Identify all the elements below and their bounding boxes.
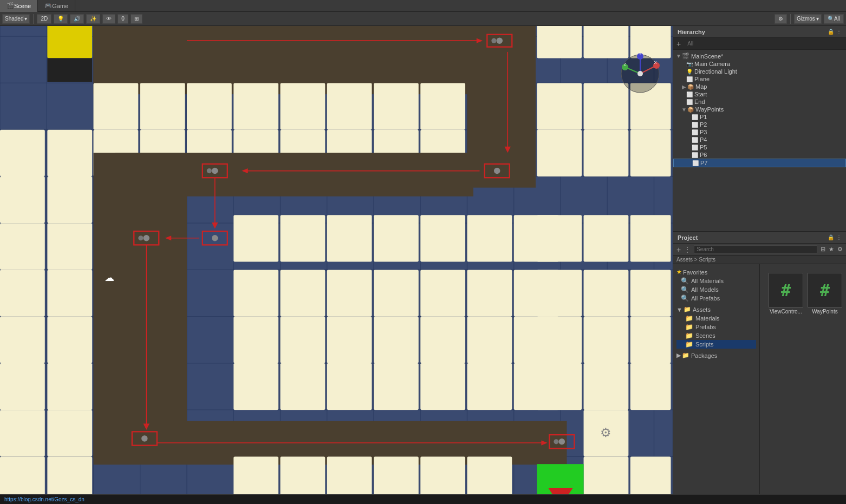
tab-scene[interactable]: 🎬 Scene: [0, 0, 38, 12]
tree-item-map[interactable]: ▶ 📦 Map: [673, 83, 846, 90]
effects-btn[interactable]: ✨: [86, 14, 100, 24]
p7-icon: ⬜: [692, 160, 699, 166]
tree-item-p5[interactable]: ⬜ P5: [673, 143, 846, 151]
project-menu-icon[interactable]: ⋮: [836, 234, 842, 240]
sidebar-all-prefabs[interactable]: 🔍 All Prefabs: [676, 294, 756, 303]
hierarchy-lock-icon[interactable]: 🔒: [828, 29, 834, 35]
project-view-icon[interactable]: ⊞: [821, 246, 825, 253]
project-add-icon[interactable]: +: [676, 245, 681, 254]
project-search[interactable]: [694, 245, 817, 254]
svg-point-174: [637, 71, 643, 76]
2d-toggle[interactable]: 2D: [37, 14, 51, 24]
assets-folder-icon: 📁: [684, 306, 691, 313]
tree-item-p4[interactable]: ⬜ P4: [673, 136, 846, 143]
svg-rect-103: [47, 363, 92, 410]
svg-text:Y: Y: [639, 52, 642, 56]
gizmos-dropdown[interactable]: Gizmos ▾: [794, 14, 822, 24]
svg-rect-91: [47, 317, 92, 363]
sidebar-all-models[interactable]: 🔍 All Models: [676, 285, 756, 294]
hierarchy-panel: Hierarchy 🔒 ⋮ + ▼ 🎬 MainScene*: [673, 26, 846, 232]
svg-rect-108: [420, 363, 465, 410]
project-title: Project: [678, 234, 698, 241]
svg-text:Z: Z: [624, 62, 627, 67]
tree-item-main-camera[interactable]: 📷 Main Camera: [673, 60, 846, 68]
sidebar-materials[interactable]: 📁 Materials: [676, 314, 756, 323]
svg-rect-111: [537, 363, 582, 410]
tree-item-main-scene[interactable]: ▼ 🎬 MainScene*: [673, 52, 846, 60]
prefabs-icon: 🔍: [681, 294, 689, 302]
layer-btn[interactable]: ⊞: [131, 14, 142, 24]
prefabs-folder-icon: 📁: [685, 323, 693, 331]
svg-rect-106: [327, 363, 372, 410]
assets-header[interactable]: ▼ 📁 Assets: [676, 305, 756, 314]
hierarchy-add-icon[interactable]: +: [676, 40, 681, 48]
favorites-header[interactable]: ★ Favorites: [676, 267, 756, 277]
asset-viewcontroller[interactable]: # ViewContro...: [769, 273, 803, 315]
svg-point-148: [212, 235, 218, 241]
svg-rect-113: [630, 363, 671, 410]
svg-rect-64: [0, 223, 45, 270]
packages-header[interactable]: ▶ 📁 Packages: [676, 351, 756, 360]
svg-point-143: [212, 168, 218, 174]
game-tab-icon: 🎮: [44, 2, 52, 9]
tab-game[interactable]: 🎮 Game: [38, 0, 75, 12]
svg-rect-100: [584, 317, 629, 363]
project-settings-icon[interactable]: ⚙: [837, 246, 843, 253]
map-expand-icon: ▶: [681, 84, 687, 90]
search-field[interactable]: 🔍 All: [824, 14, 844, 24]
hidden-objects-btn[interactable]: 👁: [102, 14, 115, 24]
sidebar-prefabs[interactable]: 📁 Prefabs: [676, 323, 756, 331]
svg-rect-71: [467, 215, 512, 261]
svg-rect-79: [281, 270, 326, 316]
scene-icon: 🎬: [682, 53, 689, 60]
main-layout: ⚙: [0, 26, 846, 504]
audio-btn[interactable]: 🔊: [70, 14, 84, 24]
shading-dropdown[interactable]: Shaded ▾: [2, 14, 30, 24]
status-url: https://blog.csdn.net/Gozs_cs_dn: [4, 496, 84, 502]
tree-item-start[interactable]: ⬜ Start: [673, 90, 846, 98]
tree-item-p1[interactable]: ⬜ P1: [673, 113, 846, 121]
tree-item-p3[interactable]: ⬜ P3: [673, 128, 846, 136]
sidebar-all-materials[interactable]: 🔍 All Materials: [676, 277, 756, 285]
svg-point-158: [141, 435, 148, 442]
sidebar-scenes[interactable]: 📁 Scenes: [676, 331, 756, 340]
tree-item-p6[interactable]: ⬜ P6: [673, 151, 846, 159]
svg-point-162: [559, 438, 565, 445]
tree-item-p7[interactable]: ⬜ P7: [673, 159, 846, 167]
p5-icon: ⬜: [692, 145, 698, 150]
start-icon: ⬜: [686, 91, 693, 97]
project-options-icon[interactable]: ⋮: [684, 246, 691, 253]
svg-rect-36: [140, 83, 185, 129]
scene-settings-btn[interactable]: ⚙: [775, 14, 787, 24]
svg-rect-89: [47, 270, 92, 316]
asset-grid: # ViewContro... # WayPoints: [764, 269, 842, 319]
hierarchy-menu-icon[interactable]: ⋮: [836, 29, 842, 35]
tree-item-plane[interactable]: ⬜ Plane: [673, 75, 846, 83]
stats-btn[interactable]: 0: [118, 14, 128, 24]
svg-rect-37: [187, 83, 232, 129]
project-lock-icon[interactable]: 🔒: [828, 234, 834, 240]
tree-item-end[interactable]: ⬜ End: [673, 98, 846, 106]
hierarchy-header-icons: 🔒 ⋮: [828, 29, 842, 35]
asset-waypoints[interactable]: # WayPoints: [808, 273, 842, 315]
hierarchy-title: Hierarchy: [678, 29, 705, 35]
camera-icon: 📷: [686, 61, 693, 67]
project-sidebar: ★ Favorites 🔍 All Materials 🔍 All Models: [673, 264, 760, 504]
project-star-icon[interactable]: ★: [829, 246, 834, 253]
lighting-btn[interactable]: 💡: [54, 14, 68, 24]
right-panels: Hierarchy 🔒 ⋮ + ▼ 🎬 MainScene*: [673, 26, 846, 504]
tree-item-directional-light[interactable]: 💡 Directional Light: [673, 68, 846, 75]
svg-rect-83: [467, 270, 512, 316]
scene-expand-icon: ▼: [675, 53, 682, 59]
packages-folder-icon: 📁: [682, 352, 689, 359]
svg-point-163: [554, 439, 558, 444]
hierarchy-search[interactable]: [684, 38, 843, 49]
svg-rect-42: [420, 83, 465, 129]
tree-item-waypoints[interactable]: ▼ 📦 WayPoints: [673, 106, 846, 113]
hierarchy-header: Hierarchy 🔒 ⋮: [673, 26, 846, 38]
svg-rect-35: [94, 83, 139, 129]
scene-viewport[interactable]: ⚙: [0, 26, 673, 504]
sidebar-scripts[interactable]: 📁 Scripts: [676, 340, 756, 349]
svg-text:X: X: [654, 60, 657, 65]
tree-item-p2[interactable]: ⬜ P2: [673, 121, 846, 128]
